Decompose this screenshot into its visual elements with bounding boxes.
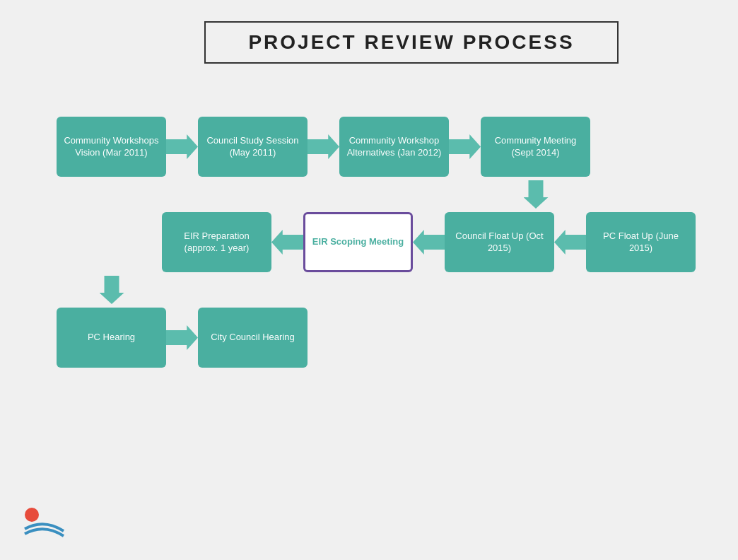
step-community-workshops-vision: Community Workshops Vision (Mar 2011) bbox=[57, 117, 166, 177]
step-pc-float-up: PC Float Up (June 2015) bbox=[586, 212, 696, 272]
step-council-study-session: Council Study Session (May 2011) bbox=[198, 117, 308, 177]
arrow-right-2 bbox=[308, 134, 339, 159]
svg-point-0 bbox=[25, 508, 39, 522]
step-eir-preparation: EIR Preparation (approx. 1 year) bbox=[162, 212, 271, 272]
logo-icon bbox=[21, 504, 67, 543]
page-title: PROJECT REVIEW PROCESS bbox=[248, 31, 574, 53]
arrow-down-1 bbox=[524, 180, 549, 209]
step-pc-hearing: PC Hearing bbox=[57, 308, 166, 368]
logo-area bbox=[21, 504, 67, 546]
step-eir-scoping-meeting: EIR Scoping Meeting bbox=[303, 212, 413, 272]
title-box: PROJECT REVIEW PROCESS bbox=[204, 21, 618, 64]
arrow-right-3 bbox=[449, 134, 481, 159]
step-city-council-hearing: City Council Hearing bbox=[198, 308, 308, 368]
arrow-down-2 bbox=[100, 276, 124, 304]
step-council-float-up: Council Float Up (Oct 2015) bbox=[445, 212, 554, 272]
flow-diagram: Community Workshops Vision (Mar 2011) Co… bbox=[42, 117, 696, 368]
step-community-meeting: Community Meeting (Sept 2014) bbox=[481, 117, 590, 177]
arrow-left-1 bbox=[554, 230, 586, 255]
arrow-left-3 bbox=[271, 230, 303, 255]
arrow-left-2 bbox=[413, 230, 445, 255]
arrow-right-1 bbox=[166, 134, 198, 159]
arrow-right-4 bbox=[166, 325, 198, 350]
step-community-workshop-alternatives: Community Workshop Alternatives (Jan 201… bbox=[339, 117, 449, 177]
page: PROJECT REVIEW PROCESS Community Worksho… bbox=[0, 0, 738, 560]
